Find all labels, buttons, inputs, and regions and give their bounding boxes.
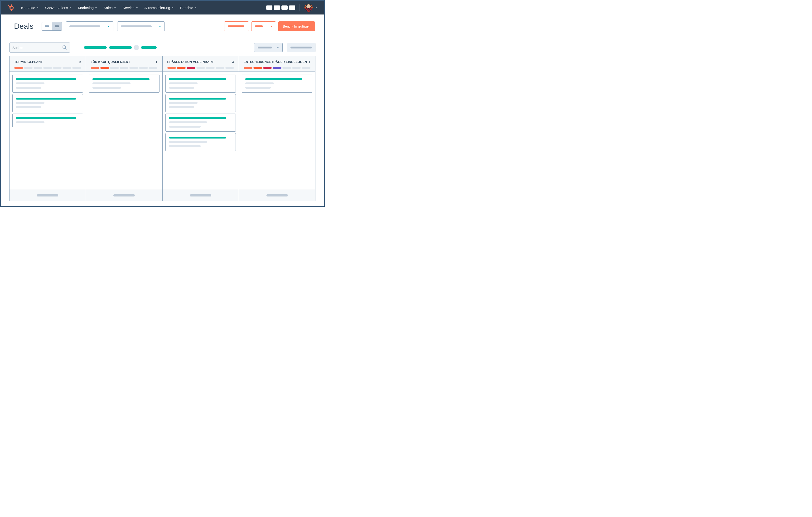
chevron-down-icon <box>136 7 138 8</box>
nav-action-4[interactable] <box>289 5 295 10</box>
progress-segment <box>91 67 99 69</box>
options-dropdown[interactable] <box>287 43 315 52</box>
chevron-down-icon <box>95 7 97 8</box>
nav-item-service[interactable]: Service <box>123 6 138 10</box>
nav-item-berichte[interactable]: Berichte <box>180 6 197 10</box>
card-line <box>169 136 226 139</box>
filter-2[interactable] <box>109 46 132 49</box>
column-footer[interactable] <box>9 190 86 201</box>
card-line <box>169 87 195 89</box>
add-report-button[interactable]: Bericht hinzufügen <box>278 21 315 31</box>
chevron-down-icon <box>159 26 161 27</box>
deal-card[interactable] <box>12 74 83 93</box>
card-line <box>16 121 45 123</box>
footer-placeholder <box>113 194 135 196</box>
svg-point-4 <box>11 4 12 5</box>
card-line <box>16 87 41 89</box>
svg-point-2 <box>10 6 13 9</box>
progress-segment <box>14 67 23 69</box>
pipeline-column: TERMIN GEPLANT3 <box>9 56 86 201</box>
progress-segment <box>282 67 291 69</box>
deal-card[interactable] <box>166 114 236 132</box>
card-line <box>169 145 201 147</box>
nav-item-marketing[interactable]: Marketing <box>78 6 97 10</box>
nav-item-kontakte[interactable]: Kontakte <box>21 6 38 10</box>
progress-segment <box>186 67 195 69</box>
nav-item-label: Kontakte <box>21 6 35 10</box>
footer-placeholder <box>37 194 58 196</box>
progress-segment <box>110 67 119 69</box>
filter-1[interactable] <box>84 46 107 49</box>
pipeline-column: FÜR KAUF QUALIFIZIERT1 <box>86 56 163 201</box>
progress-segment <box>263 67 272 69</box>
filter-3[interactable] <box>141 46 157 49</box>
progress-segment <box>253 67 262 69</box>
deal-card[interactable] <box>242 74 312 93</box>
filter-group <box>84 45 157 50</box>
progress-indicator <box>244 67 311 69</box>
svg-line-8 <box>65 48 66 50</box>
nav-item-label: Marketing <box>78 6 94 10</box>
deal-card[interactable] <box>12 94 83 112</box>
column-title: ENTSCHEIDUNGSTRÄGER EINBEZOGEN <box>244 60 307 64</box>
progress-segment <box>149 67 157 69</box>
user-avatar[interactable] <box>304 4 313 12</box>
card-line <box>245 78 302 80</box>
search-input[interactable]: Suche <box>9 42 70 53</box>
column-count: 1 <box>309 60 311 64</box>
owner-dropdown[interactable] <box>117 21 165 31</box>
divider <box>299 4 300 11</box>
chevron-down-icon[interactable] <box>315 7 317 8</box>
nav-action-3[interactable] <box>282 5 288 10</box>
view-toggle-list[interactable] <box>42 22 52 30</box>
progress-segment <box>273 67 282 69</box>
filter-square[interactable] <box>134 45 139 50</box>
nav-item-conversations[interactable]: Conversations <box>45 6 71 10</box>
card-line <box>169 106 195 108</box>
chevron-down-icon <box>69 7 71 8</box>
action-dropdown-2[interactable] <box>251 21 276 31</box>
chevron-down-icon <box>129 47 132 48</box>
chevron-down-icon <box>108 26 110 27</box>
nav-item-automatisierung[interactable]: Automatisierung <box>145 6 174 10</box>
search-placeholder: Suche <box>12 45 60 50</box>
column-footer[interactable] <box>86 190 162 201</box>
progress-segment <box>129 67 138 69</box>
deal-card[interactable] <box>12 114 83 127</box>
deals-board: TERMIN GEPLANT3FÜR KAUF QUALIFIZIERT1PRÄ… <box>1 56 324 201</box>
nav-action-2[interactable] <box>274 5 280 10</box>
top-nav: KontakteConversationsMarketingSalesServi… <box>1 1 324 14</box>
column-count: 1 <box>155 60 157 64</box>
card-line <box>16 106 41 108</box>
progress-segment <box>72 67 81 69</box>
column-footer[interactable] <box>239 190 315 201</box>
deal-card[interactable] <box>89 74 160 93</box>
progress-segment <box>53 67 62 69</box>
card-line <box>16 98 76 99</box>
app-logo[interactable] <box>7 4 14 11</box>
nav-item-sales[interactable]: Sales <box>104 6 116 10</box>
deal-card[interactable] <box>166 94 236 112</box>
chevron-down-icon <box>172 7 174 8</box>
deal-card[interactable] <box>166 133 236 151</box>
card-line <box>245 87 271 89</box>
progress-segment <box>177 67 186 69</box>
card-line <box>16 78 76 80</box>
deal-card[interactable] <box>166 74 236 93</box>
footer-placeholder <box>190 194 211 196</box>
nav-action-1[interactable] <box>266 5 272 10</box>
progress-segment <box>100 67 109 69</box>
column-footer[interactable] <box>163 190 239 201</box>
nav-item-label: Automatisierung <box>145 6 170 10</box>
chevron-down-icon <box>114 7 116 8</box>
view-toggle-board[interactable] <box>52 22 62 30</box>
pipeline-dropdown[interactable] <box>66 21 113 31</box>
card-line <box>245 83 274 84</box>
nav-item-label: Service <box>123 6 135 10</box>
footer-placeholder <box>266 194 288 196</box>
card-line <box>169 141 207 143</box>
progress-indicator <box>91 67 157 69</box>
column-title: PRÄSENTATION VEREINBART <box>167 60 214 64</box>
sort-dropdown[interactable] <box>254 43 283 52</box>
action-dropdown-1[interactable] <box>224 21 249 31</box>
